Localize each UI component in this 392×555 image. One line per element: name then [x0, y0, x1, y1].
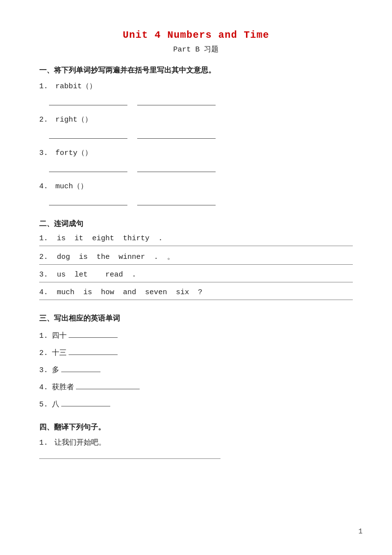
section1-item-1-label: 1. rabbit（） — [39, 81, 353, 93]
sentence-3-num: 3. — [39, 271, 48, 279]
section1-item-4-label: 4. much（） — [39, 181, 353, 193]
section-2-heading: 二、连词成句 — [39, 219, 353, 228]
sentence-2-w1: dog — [57, 253, 70, 261]
section-4-heading: 四、翻译下列句子。 — [39, 423, 353, 432]
section2-item-4: 4. much is how and seven six ? — [39, 288, 353, 300]
sentence-1-w3: eight — [92, 234, 114, 243]
sentence-4-w4: and — [123, 288, 136, 297]
sentence-4-w6: six — [176, 288, 189, 297]
write-blank-2 — [69, 346, 118, 355]
sentence-2-w4: winner — [119, 253, 145, 261]
translate-line-1 — [39, 451, 220, 459]
sentence-1-w2: it — [74, 234, 83, 243]
section1-item-1: 1. rabbit（） — [39, 81, 353, 105]
page-title: Unit 4 Numbers and Time — [39, 29, 353, 41]
underline-3b — [137, 163, 216, 172]
sentence-4-row: 4. much is how and seven six ? — [39, 288, 353, 297]
section3-item-4: 4. 获胜者 — [39, 380, 353, 392]
underline-1b — [137, 97, 216, 105]
section1-item-3-label: 3. forty（） — [39, 148, 353, 159]
section-4: 四、翻译下列句子。 1. 让我们开始吧。 — [39, 423, 353, 459]
underline-4a — [49, 197, 127, 205]
sentence-1-line — [39, 246, 353, 246]
section-1-heading: 一、将下列单词抄写两遍并在括号里写出其中文意思。 — [39, 66, 353, 75]
section1-item-2-lines — [49, 130, 353, 139]
section3-item-1: 1. 四十 — [39, 329, 353, 340]
write-blank-1 — [69, 329, 118, 338]
section1-item-2: 2. right（） — [39, 114, 353, 139]
section2-item-2: 2. dog is the winner . 。 — [39, 252, 353, 265]
sentence-2-w2: is — [79, 253, 88, 261]
underline-2b — [137, 130, 216, 139]
sentence-4-num: 4. — [39, 288, 48, 297]
sentence-1-w1: is — [57, 234, 66, 243]
sentence-2-line — [39, 264, 353, 265]
sentence-4-w1: much — [57, 288, 74, 297]
sentence-4-w5: seven — [145, 288, 167, 297]
sentence-3-line — [39, 282, 353, 282]
section1-item-4-lines — [49, 197, 353, 205]
page-number: 1 — [359, 528, 363, 535]
section3-item-2: 2. 十三 — [39, 346, 353, 357]
section1-item-1-lines — [49, 97, 353, 105]
sentence-3-w2: let — [74, 271, 88, 279]
section1-item-2-label: 2. right（） — [39, 114, 353, 126]
underline-3a — [49, 163, 127, 172]
underline-4b — [137, 197, 216, 205]
write-blank-3 — [61, 363, 100, 372]
sentence-2-w5: . — [154, 253, 158, 261]
sentence-2-w3: the — [97, 253, 110, 261]
section-3-heading: 三、写出相应的英语单词 — [39, 314, 353, 323]
section-1: 一、将下列单词抄写两遍并在括号里写出其中文意思。 1. rabbit（） 2. … — [39, 66, 353, 205]
section-2: 二、连词成句 1. is it eight thirty . 2. dog is… — [39, 219, 353, 300]
sentence-2-w6: 。 — [167, 252, 174, 261]
sentence-1-num: 1. — [39, 234, 48, 243]
section1-item-3-lines — [49, 163, 353, 172]
sentence-4-w3: how — [101, 288, 114, 297]
write-blank-5 — [61, 398, 110, 406]
underline-1a — [49, 97, 127, 105]
section2-item-3: 3. us let read . — [39, 271, 353, 282]
section3-item-5: 5. 八 — [39, 398, 353, 409]
underline-2a — [49, 130, 127, 139]
sentence-1-w4: thirty — [123, 234, 149, 243]
sentence-3-row: 3. us let read . — [39, 271, 353, 279]
section2-item-1: 1. is it eight thirty . — [39, 234, 353, 246]
section4-item-1: 1. 让我们开始吧。 — [39, 438, 353, 447]
sentence-3-w3: read — [105, 271, 123, 279]
section3-item-3: 3. 多 — [39, 363, 353, 375]
section1-item-3: 3. forty（） — [39, 148, 353, 172]
section-3: 三、写出相应的英语单词 1. 四十 2. 十三 3. 多 4. 获胜者 5. 八 — [39, 314, 353, 409]
sentence-3-w4: . — [132, 271, 136, 279]
sentence-1-row: 1. is it eight thirty . — [39, 234, 353, 243]
page-subtitle: Part B 习题 — [39, 45, 353, 54]
sentence-2-row: 2. dog is the winner . 。 — [39, 252, 353, 261]
sentence-1-w5: . — [158, 234, 163, 243]
sentence-4-w7: ? — [198, 288, 202, 297]
sentence-4-w2: is — [83, 288, 92, 297]
sentence-4-line — [39, 300, 353, 300]
sentence-2-num: 2. — [39, 253, 48, 261]
section1-item-4: 4. much（） — [39, 181, 353, 205]
sentence-3-w1: us — [57, 271, 66, 279]
write-blank-4 — [76, 380, 140, 389]
